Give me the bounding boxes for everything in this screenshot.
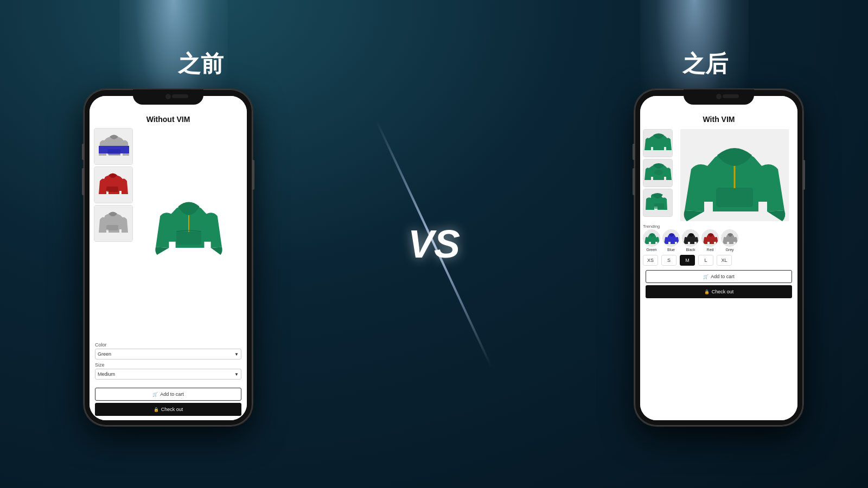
swatch-black[interactable]: Black: [682, 229, 699, 252]
chevron-down-icon-2: ▼: [234, 372, 239, 377]
svg-rect-4: [106, 187, 118, 192]
lock-icon-right: 🔒: [704, 290, 710, 294]
swatch-blue[interactable]: Blue: [662, 229, 680, 252]
swatch-grey[interactable]: Grey: [721, 229, 738, 252]
checkout-label-left: Check out: [161, 407, 183, 412]
checkout-label-right: Check out: [712, 289, 734, 294]
size-l[interactable]: L: [698, 255, 713, 266]
phone-right: With VIM: [635, 89, 803, 426]
swatch-label-green: Green: [646, 248, 656, 252]
vs-container: VS: [408, 222, 460, 266]
phone-vol2-left: [82, 168, 84, 195]
checkout-button-right[interactable]: 🔒 Check out: [646, 285, 792, 298]
swatch-green[interactable]: Green: [643, 229, 660, 252]
size-m[interactable]: M: [680, 255, 695, 266]
swatch-circle-blue: [662, 229, 680, 247]
chevron-down-icon: ▼: [234, 352, 239, 357]
swatch-label-red: Red: [707, 248, 714, 252]
phone-notch-left: [133, 89, 203, 105]
thumb-svg-3: [94, 206, 133, 242]
cart-icon-right: 🛒: [703, 274, 709, 279]
thumb-grey-blue[interactable]: [94, 128, 133, 165]
size-value: Medium: [98, 371, 115, 377]
vim-thumb-3[interactable]: [643, 189, 673, 217]
swatch-label-blue: Blue: [667, 248, 675, 252]
screen-content-right: With VIM: [640, 96, 797, 420]
size-select[interactable]: Medium ▼: [95, 369, 241, 380]
svg-rect-13: [654, 203, 664, 209]
lock-icon-left: 🔒: [154, 407, 159, 412]
btn-area-left: 🛒 Add to cart 🔒 Check out: [90, 386, 247, 420]
thumbnails-col: [94, 128, 133, 339]
svg-point-11: [654, 170, 663, 175]
phone-power-right: [803, 160, 805, 190]
vim-thumbs: [643, 129, 673, 221]
swatch-label-grey: Grey: [725, 248, 733, 252]
svg-rect-15: [716, 188, 753, 207]
vim-thumb-svg-3: [643, 189, 673, 217]
thumb-svg-1: [94, 129, 133, 165]
phone-power-left: [252, 160, 254, 190]
cart-icon-left: 🛒: [152, 392, 158, 397]
swatch-circle-black: [682, 229, 699, 247]
add-to-cart-label-left: Add to cart: [160, 391, 184, 397]
product-area-left: [90, 128, 247, 339]
vs-text: VS: [408, 222, 460, 266]
swatch-circle-red: [701, 229, 719, 247]
screen-content-left: Without VIM: [90, 96, 247, 420]
vim-thumb-svg-2: [643, 159, 673, 187]
phone-notch-right: [684, 89, 754, 105]
swatch-circle-green: [643, 229, 660, 247]
size-xs[interactable]: XS: [643, 255, 658, 266]
btn-area-right: 🛒 Add to cart 🔒 Check out: [640, 268, 797, 303]
phone-screen-right: With VIM: [640, 96, 797, 420]
swatch-red[interactable]: Red: [701, 229, 719, 252]
phone-left: Without VIM: [84, 89, 252, 426]
phone-vol-right: [633, 144, 635, 160]
main-img-area-left: [135, 128, 242, 339]
size-label: Size: [95, 362, 241, 368]
vim-product-area: [640, 128, 797, 222]
label-after: 之后: [651, 49, 760, 79]
svg-rect-6: [106, 225, 118, 230]
add-to-cart-button-right[interactable]: 🛒 Add to cart: [646, 270, 792, 283]
vim-thumb-svg-1: [643, 130, 673, 157]
thumb-svg-2: [94, 167, 133, 203]
checkout-button-left[interactable]: 🔒 Check out: [95, 403, 241, 416]
label-before: 之前: [146, 49, 255, 79]
color-select[interactable]: Green ▼: [95, 349, 241, 359]
add-to-cart-label-right: Add to cart: [711, 274, 735, 279]
color-value: Green: [98, 351, 111, 357]
phone-vol-left: [82, 144, 84, 160]
phone-vol2-right: [633, 168, 635, 195]
swatch-label-black: Black: [686, 248, 695, 252]
size-s[interactable]: S: [661, 255, 676, 266]
thumb-grey[interactable]: [94, 205, 133, 242]
vim-thumb-1[interactable]: [643, 129, 673, 157]
add-to-cart-button-left[interactable]: 🛒 Add to cart: [95, 388, 241, 401]
vim-main-image: [674, 129, 795, 221]
svg-rect-7: [176, 231, 201, 244]
controls-area-left: Color Green ▼ Size Medium ▼: [90, 339, 247, 386]
vim-thumb-2[interactable]: [643, 159, 673, 187]
svg-rect-2: [107, 149, 120, 155]
vim-main-area: [674, 129, 795, 221]
size-xl[interactable]: XL: [717, 255, 732, 266]
phone-screen-left: Without VIM: [90, 96, 247, 420]
swatch-circle-grey: [721, 229, 738, 247]
thumb-red[interactable]: [94, 166, 133, 203]
size-row: XS S M L XL: [640, 254, 797, 268]
color-swatches: Green Blue: [640, 229, 797, 254]
main-hoodie-left: [154, 185, 224, 282]
trending-label: Trending: [640, 222, 797, 229]
main-hoodie-right: [674, 129, 795, 221]
color-label: Color: [95, 342, 241, 348]
